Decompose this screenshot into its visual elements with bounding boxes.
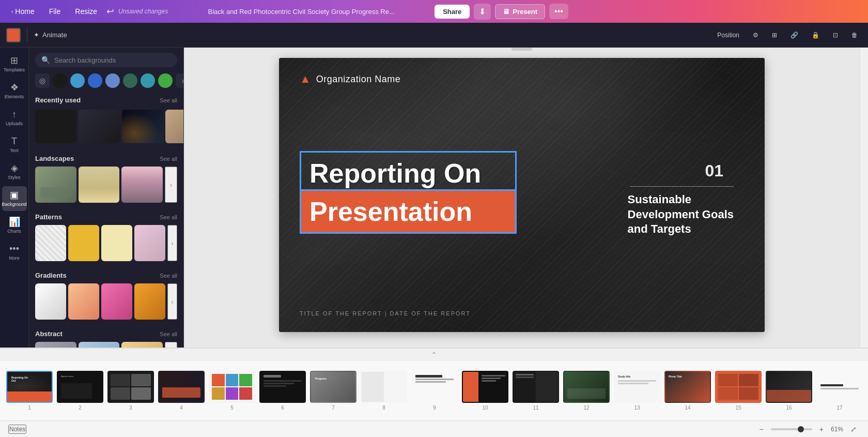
abstract-header: Abstract See all <box>35 330 177 338</box>
slide-thumb-14[interactable]: Photo Title <box>664 371 711 403</box>
sidebar-item-elements[interactable]: ❖ Elements <box>2 79 27 103</box>
lock-icon[interactable]: 🔒 <box>808 29 824 41</box>
pattern-thumb-2[interactable] <box>68 225 99 261</box>
landscapes-see-all[interactable]: See all <box>160 156 177 162</box>
sidebar-label-charts: Charts <box>7 229 21 234</box>
slide-thumb-7[interactable]: Progress <box>310 371 357 403</box>
slide-title-box[interactable]: Reporting On Our Presentation <box>300 151 517 234</box>
sidebar-item-styles[interactable]: ◈ Styles <box>2 159 27 184</box>
abstract-arrow[interactable]: › <box>165 342 177 348</box>
org-logo-icon: ▲ <box>300 72 311 86</box>
sidebar-item-more[interactable]: ••• More <box>2 240 27 265</box>
gradient-thumb-3[interactable] <box>101 283 132 320</box>
slide-thumb-11[interactable] <box>513 371 559 403</box>
teal-filter[interactable] <box>141 73 155 88</box>
green-filter[interactable] <box>158 73 173 88</box>
sidebar-item-uploads[interactable]: ↑ Uploads <box>2 106 27 130</box>
more-colors-filter[interactable]: › <box>176 73 183 88</box>
arrange-icon[interactable]: ⊡ <box>829 29 842 41</box>
medium-blue-filter[interactable] <box>105 73 120 88</box>
animate-button[interactable]: ✦ Animate <box>34 31 67 39</box>
recent-thumb-4[interactable] <box>165 110 184 143</box>
zoom-out-button[interactable]: − <box>756 424 767 434</box>
delete-icon[interactable]: 🗑 <box>847 29 862 41</box>
slide-thumb-3[interactable] <box>107 371 154 403</box>
recent-thumb-3[interactable] <box>122 110 163 143</box>
more-options-button[interactable]: ••• <box>549 4 568 19</box>
fit-to-screen-button[interactable]: ⤢ <box>847 424 860 434</box>
slide-thumb-16[interactable] <box>766 371 812 403</box>
link-icon[interactable]: 🔗 <box>786 29 802 41</box>
dark-blue-filter[interactable] <box>88 73 102 88</box>
gradients-section: Gradients See all › <box>29 267 183 326</box>
slide-thumb-1[interactable]: Reporting OnOur <box>6 371 53 403</box>
slide-canvas[interactable]: ▲ Organization Name Reporting On Our Pre… <box>279 58 765 332</box>
search-input[interactable] <box>54 56 171 64</box>
notes-button[interactable]: Notes <box>8 425 26 434</box>
slide-presentation-box[interactable]: Presentation <box>301 189 515 232</box>
gradients-arrow[interactable]: › <box>167 283 177 320</box>
landscape-thumb-2[interactable] <box>79 167 120 203</box>
file-button[interactable]: File <box>44 5 66 18</box>
slide-thumb-12[interactable] <box>563 371 610 403</box>
abstract-thumb-2[interactable] <box>79 342 120 348</box>
abstract-see-all[interactable]: See all <box>160 331 177 337</box>
abstract-thumb-3[interactable] <box>121 342 163 348</box>
slide-thumb-13[interactable]: Study title <box>614 371 660 403</box>
sidebar-item-charts[interactable]: 📊 Charts <box>2 213 27 238</box>
share-button[interactable]: Share <box>435 5 470 19</box>
recent-thumb-1[interactable] <box>35 110 76 143</box>
pattern-thumb-3[interactable] <box>101 225 132 261</box>
sidebar-item-text[interactable]: T Text <box>2 132 27 157</box>
slide-num-12: 12 <box>583 405 589 411</box>
sidebar-item-background[interactable]: ▣ Background <box>2 186 27 211</box>
all-colors-filter[interactable]: ◎ <box>35 73 50 88</box>
slide-thumb-10[interactable] <box>462 371 508 403</box>
present-button[interactable]: 🖥 Present <box>495 4 545 19</box>
recently-used-see-all[interactable]: See all <box>160 97 177 103</box>
patterns-see-all[interactable]: See all <box>160 214 177 220</box>
slide-org-name[interactable]: Organization Name <box>316 74 401 85</box>
slide-thumb-6[interactable] <box>259 371 306 403</box>
slide-presentation-text: Presentation <box>309 197 472 227</box>
undo-button[interactable]: ↩ <box>106 6 114 17</box>
slide-thumb-5[interactable] <box>209 371 255 403</box>
slide-thumb-wrapper-5: 5 <box>209 371 255 411</box>
pattern-thumb-1[interactable] <box>35 225 66 261</box>
dark-teal-filter[interactable] <box>123 73 137 88</box>
gradient-thumb-4[interactable] <box>134 283 165 320</box>
home-button[interactable]: ‹ Home <box>6 5 40 18</box>
landscape-thumb-1[interactable] <box>35 167 76 203</box>
collapse-strip-button[interactable]: ⌃ <box>431 351 437 359</box>
gradients-see-all[interactable]: See all <box>160 273 177 279</box>
resize-handle[interactable] <box>512 48 532 51</box>
landscape-thumb-3[interactable] <box>121 167 163 203</box>
gradient-thumb-1[interactable] <box>35 283 66 320</box>
abstract-thumb-1[interactable] <box>35 342 76 348</box>
resize-button[interactable]: Resize <box>70 5 102 18</box>
slide-thumb-9[interactable] <box>411 371 458 403</box>
search-box[interactable]: 🔍 <box>35 53 177 67</box>
sidebar-item-templates[interactable]: ⊞ Templates <box>2 52 27 77</box>
black-filter[interactable] <box>53 73 67 88</box>
position-button[interactable]: Position <box>713 29 743 41</box>
pattern-thumb-4[interactable] <box>134 225 165 261</box>
gradient-thumb-2[interactable] <box>68 283 99 320</box>
slide-thumb-2[interactable]: Agenda items <box>57 371 103 403</box>
slide-strip[interactable]: Reporting OnOur 1 Agenda items 2 3 <box>0 361 868 420</box>
color-swatch[interactable] <box>6 28 21 42</box>
grid-icon[interactable]: ⊞ <box>768 29 781 41</box>
slide-thumb-4[interactable] <box>158 371 205 403</box>
recent-thumb-2[interactable] <box>79 110 120 143</box>
filter-icon[interactable]: ⚙ <box>749 29 763 41</box>
slide-thumb-17[interactable] <box>816 371 863 403</box>
landscapes-arrow[interactable]: › <box>165 167 177 203</box>
slide-thumb-8[interactable] <box>361 371 407 403</box>
download-button[interactable]: ⬇ <box>474 4 491 20</box>
zoom-in-button[interactable]: + <box>816 424 827 434</box>
blue-filter[interactable] <box>70 73 85 88</box>
zoom-slider[interactable] <box>771 428 812 430</box>
slide-thumb-15[interactable] <box>715 371 762 403</box>
patterns-arrow[interactable]: › <box>167 225 177 261</box>
zoom-slider-thumb[interactable] <box>798 426 804 432</box>
